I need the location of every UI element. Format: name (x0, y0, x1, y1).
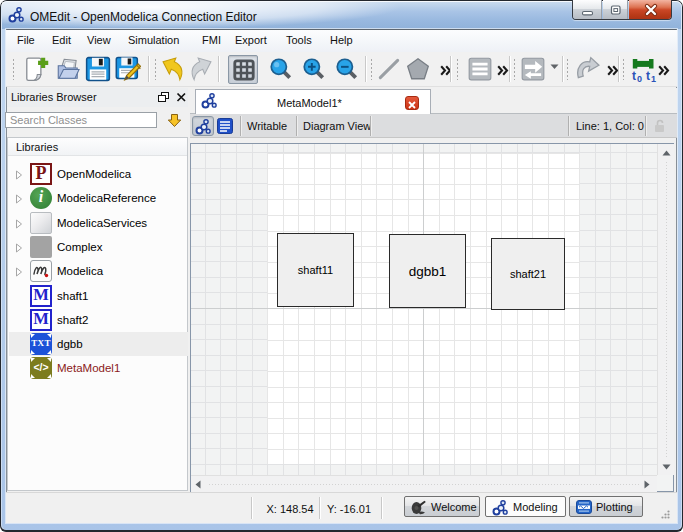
svg-text:t: t (646, 69, 650, 83)
svg-text:1: 1 (651, 74, 656, 84)
svg-text:0: 0 (637, 74, 642, 84)
svg-text:t: t (632, 69, 636, 83)
